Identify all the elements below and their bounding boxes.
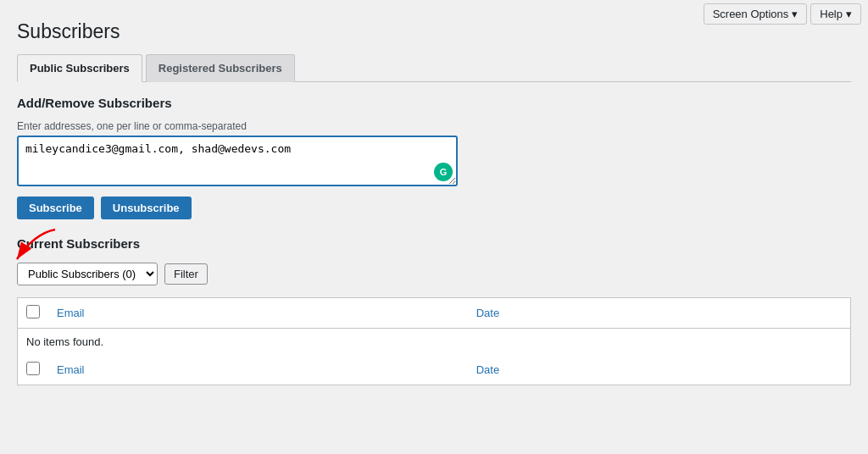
subscribers-table: Email Date No items found. xyxy=(17,297,851,385)
email-textarea[interactable] xyxy=(17,136,458,186)
date-header: Date xyxy=(468,298,851,329)
table-body: No items found. xyxy=(18,329,851,356)
help-button[interactable]: Help ▾ xyxy=(810,3,861,25)
help-label: Help xyxy=(820,8,843,20)
date-sort-link[interactable]: Date xyxy=(476,307,499,319)
tab-registered-subscribers[interactable]: Registered Subscribers xyxy=(146,54,295,82)
subscribers-filter-select[interactable]: Public Subscribers (0) xyxy=(17,263,158,285)
table-head-row: Email Date xyxy=(18,298,851,329)
add-remove-title: Add/Remove Subscribers xyxy=(17,96,851,110)
current-subscribers-title: Current Subscribers xyxy=(17,236,851,251)
screen-options-chevron-icon: ▾ xyxy=(792,8,798,20)
help-chevron-icon: ▾ xyxy=(846,8,852,20)
no-items-cell: No items found. xyxy=(18,329,851,356)
filter-button[interactable]: Filter xyxy=(164,263,208,285)
filter-row: Public Subscribers (0) Filter xyxy=(17,263,851,285)
screen-options-label: Screen Options xyxy=(713,8,789,20)
subscribe-button[interactable]: Subscribe xyxy=(17,197,94,219)
date-footer: Date xyxy=(468,355,851,385)
select-all-foot-checkbox[interactable] xyxy=(26,362,40,375)
current-subscribers-section: Current Subscribers Public Subscribers (… xyxy=(17,236,851,385)
table-foot-row: Email Date xyxy=(18,355,851,385)
date-foot-sort-link[interactable]: Date xyxy=(476,363,499,376)
top-bar: Screen Options ▾ Help ▾ xyxy=(697,0,868,28)
email-sort-link[interactable]: Email xyxy=(57,307,85,319)
table-head: Email Date xyxy=(18,298,851,329)
tab-bar: Public Subscribers Registered Subscriber… xyxy=(17,53,851,82)
email-field-label: Enter addresses, one per line or comma-s… xyxy=(17,120,851,132)
tab-content: Add/Remove Subscribers Enter addresses, … xyxy=(17,82,851,399)
screen-options-button[interactable]: Screen Options ▾ xyxy=(704,3,808,25)
unsubscribe-button[interactable]: Unsubscribe xyxy=(101,197,192,219)
main-wrap: Subscribers Public Subscribers Registere… xyxy=(0,0,868,412)
select-all-foot-col xyxy=(18,355,49,385)
email-header: Email xyxy=(48,298,468,329)
add-remove-section: Add/Remove Subscribers Enter addresses, … xyxy=(17,96,851,219)
subscribe-buttons-row: Subscribe Unsubscribe xyxy=(17,197,851,219)
no-items-row: No items found. xyxy=(18,329,851,356)
email-foot-sort-link[interactable]: Email xyxy=(57,363,85,376)
email-footer: Email xyxy=(48,355,468,385)
select-all-col xyxy=(18,298,49,329)
table-foot: Email Date xyxy=(18,355,851,385)
email-textarea-wrapper: G xyxy=(17,136,458,186)
tab-public-subscribers[interactable]: Public Subscribers xyxy=(17,54,142,82)
select-all-checkbox[interactable] xyxy=(26,305,40,318)
